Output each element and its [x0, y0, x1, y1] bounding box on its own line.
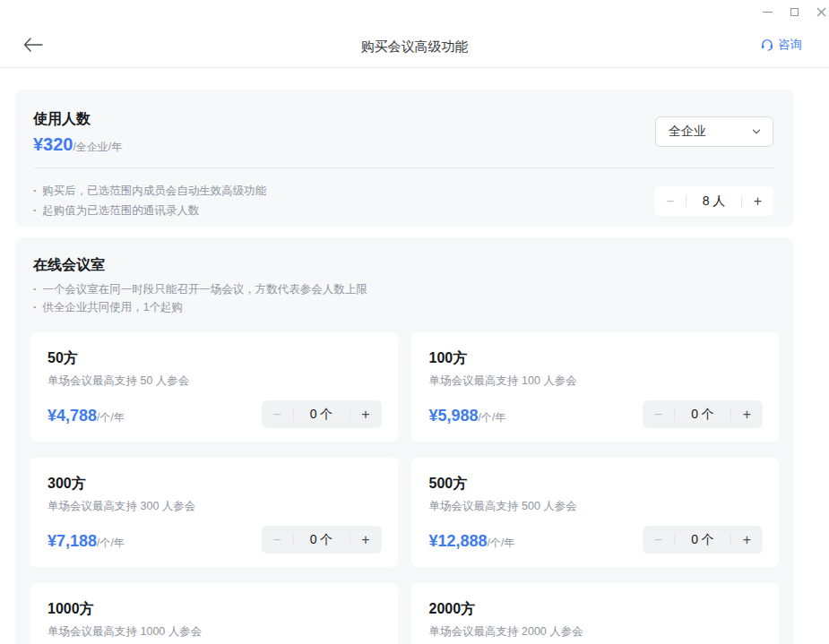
minus-button[interactable]: − [262, 533, 293, 547]
maximize-button[interactable] [781, 0, 807, 23]
bullet-dot [33, 201, 37, 220]
minus-button[interactable]: − [643, 408, 674, 422]
usage-price: ¥320 [33, 134, 73, 154]
minus-button[interactable]: − [643, 533, 674, 547]
minus-button[interactable]: − [262, 408, 293, 422]
plan-price-unit: /个/年 [488, 536, 515, 551]
plan-card-50: 50方 单场会议最高支持 50 人参会 ¥4,788 /个/年 − 0 个 + [30, 332, 398, 442]
plan-card-300: 300方 单场会议最高支持 300 人参会 ¥7,188 /个/年 − 0 个 … [30, 458, 398, 567]
plan-name: 500方 [429, 476, 764, 491]
plan-desc: 单场会议最高支持 50 人参会 [47, 374, 382, 387]
scope-select[interactable]: 全企业 [655, 116, 773, 147]
divider [33, 167, 775, 168]
bullet-dot [33, 280, 37, 298]
plan-desc: 单场会议最高支持 2000 人参会 [429, 625, 764, 638]
title-bar: 购买会议高级功能 咨询 [0, 0, 829, 68]
plan-count-input[interactable]: 0 个 [675, 532, 730, 548]
plan-card-500: 500方 单场会议最高支持 500 人参会 ¥12,888 /个/年 − 0 个… [411, 458, 780, 567]
close-icon [816, 7, 826, 17]
minimize-button[interactable] [754, 0, 781, 23]
consult-link[interactable]: 咨询 [760, 37, 802, 53]
plan-name: 1000方 [47, 601, 382, 616]
note-text: 起购值为已选范围的通讯录人数 [42, 201, 199, 220]
rooms-section: 在线会议室 一个会议室在同一时段只能召开一场会议，方数代表参会人数上限 供全企业… [15, 237, 793, 644]
note-item: 一个会议室在同一时段只能召开一场会议，方数代表参会人数上限 [33, 280, 779, 298]
plus-button[interactable]: + [350, 408, 382, 422]
main-content: 使用人数 ¥320 /全企业/年 购买后，已选范围内成员会自动生效高级功能 起购… [15, 90, 793, 644]
plus-button[interactable]: + [742, 194, 773, 209]
usage-price-unit: /全企业/年 [73, 140, 123, 155]
window-controls [754, 0, 829, 23]
plan-price: ¥7,188 [47, 532, 97, 550]
bullet-dot [33, 181, 37, 201]
page-title: 购买会议高级功能 [0, 39, 829, 56]
maximize-icon [790, 8, 799, 16]
rooms-notes: 一个会议室在同一时段只能召开一场会议，方数代表参会人数上限 供全企业共同使用，1… [33, 280, 779, 316]
close-button[interactable] [807, 0, 829, 23]
plan-price-unit: /个/年 [97, 536, 125, 551]
plan-card-100: 100方 单场会议最高支持 100 人参会 ¥5,988 /个/年 − 0 个 … [411, 332, 780, 442]
headset-icon [760, 38, 774, 52]
minus-button[interactable]: − [654, 194, 686, 209]
plan-name: 100方 [429, 350, 764, 365]
plan-price-unit: /个/年 [97, 410, 125, 425]
plan-desc: 单场会议最高支持 100 人参会 [429, 374, 764, 387]
note-item: 供全企业共同使用，1个起购 [33, 298, 779, 316]
plan-desc: 单场会议最高支持 1000 人参会 [47, 625, 382, 638]
plus-button[interactable]: + [731, 533, 763, 547]
plus-button[interactable]: + [350, 533, 382, 547]
plan-count-input[interactable]: 0 个 [294, 407, 350, 423]
bullet-dot [33, 298, 37, 316]
plan-price-unit: /个/年 [479, 410, 506, 425]
consult-label: 咨询 [778, 37, 802, 53]
plan-name: 2000方 [429, 601, 764, 616]
plan-card-1000: 1000方 单场会议最高支持 1000 人参会 [30, 583, 398, 644]
plan-grid: 50方 单场会议最高支持 50 人参会 ¥4,788 /个/年 − 0 个 + … [30, 332, 779, 644]
plan-desc: 单场会议最高支持 500 人参会 [429, 500, 764, 512]
plan-price: ¥5,988 [429, 407, 479, 425]
plan-card-2000: 2000方 单场会议最高支持 2000 人参会 [411, 583, 780, 644]
note-text: 购买后，已选范围内成员会自动生效高级功能 [42, 181, 266, 201]
plan-desc: 单场会议最高支持 300 人参会 [47, 500, 382, 512]
usage-count-stepper: − 8 人 + [654, 186, 773, 216]
rooms-title: 在线会议室 [33, 257, 779, 272]
usage-count-input[interactable]: 8 人 [687, 193, 741, 210]
plan-price: ¥12,888 [429, 532, 488, 550]
plan-count-stepper: − 0 个 + [643, 400, 763, 428]
chevron-down-icon [751, 126, 762, 137]
scope-select-value: 全企业 [669, 124, 706, 140]
note-text: 一个会议室在同一时段只能召开一场会议，方数代表参会人数上限 [42, 280, 367, 298]
usage-section: 使用人数 ¥320 /全企业/年 购买后，已选范围内成员会自动生效高级功能 起购… [15, 90, 793, 227]
minimize-icon [763, 12, 773, 13]
plan-name: 300方 [47, 476, 382, 491]
plan-count-input[interactable]: 0 个 [294, 532, 350, 548]
note-text: 供全企业共同使用，1个起购 [42, 298, 183, 316]
plus-button[interactable]: + [731, 408, 763, 422]
plan-count-stepper: − 0 个 + [262, 400, 382, 428]
plan-name: 50方 [47, 350, 382, 365]
plan-count-input[interactable]: 0 个 [675, 407, 730, 423]
plan-price: ¥4,788 [47, 407, 97, 425]
plan-count-stepper: − 0 个 + [643, 526, 763, 554]
plan-count-stepper: − 0 个 + [262, 526, 382, 554]
